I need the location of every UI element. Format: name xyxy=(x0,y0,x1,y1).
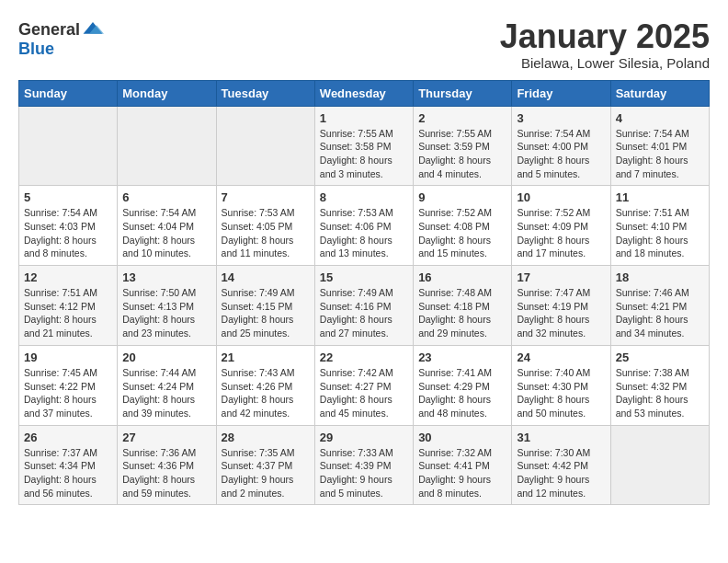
calendar-cell xyxy=(118,106,216,186)
calendar-cell: 31Sunrise: 7:30 AM Sunset: 4:42 PM Dayli… xyxy=(512,425,610,505)
day-number: 7 xyxy=(222,190,310,204)
calendar-cell: 23Sunrise: 7:41 AM Sunset: 4:29 PM Dayli… xyxy=(414,345,512,425)
header-cell-thursday: Thursday xyxy=(414,80,512,106)
day-number: 21 xyxy=(222,350,310,364)
day-number: 20 xyxy=(122,350,210,364)
cell-text: Sunrise: 7:52 AM Sunset: 4:08 PM Dayligh… xyxy=(418,206,506,260)
calendar-cell: 20Sunrise: 7:44 AM Sunset: 4:24 PM Dayli… xyxy=(118,345,216,425)
day-number: 1 xyxy=(320,111,408,125)
day-number: 19 xyxy=(24,350,112,364)
cell-text: Sunrise: 7:48 AM Sunset: 4:18 PM Dayligh… xyxy=(418,286,506,340)
cell-text: Sunrise: 7:55 AM Sunset: 3:59 PM Dayligh… xyxy=(418,127,506,181)
cell-text: Sunrise: 7:54 AM Sunset: 4:03 PM Dayligh… xyxy=(24,206,112,260)
header-cell-monday: Monday xyxy=(118,80,216,106)
cell-text: Sunrise: 7:44 AM Sunset: 4:24 PM Dayligh… xyxy=(122,366,210,420)
calendar-cell: 19Sunrise: 7:45 AM Sunset: 4:22 PM Dayli… xyxy=(19,345,118,425)
day-number: 25 xyxy=(616,350,704,364)
cell-text: Sunrise: 7:51 AM Sunset: 4:10 PM Dayligh… xyxy=(616,206,704,260)
cell-text: Sunrise: 7:53 AM Sunset: 4:06 PM Dayligh… xyxy=(320,206,408,260)
calendar-cell: 18Sunrise: 7:46 AM Sunset: 4:21 PM Dayli… xyxy=(610,266,709,346)
cell-text: Sunrise: 7:32 AM Sunset: 4:41 PM Dayligh… xyxy=(418,446,506,500)
calendar-cell: 8Sunrise: 7:53 AM Sunset: 4:06 PM Daylig… xyxy=(314,186,413,266)
cell-text: Sunrise: 7:43 AM Sunset: 4:26 PM Dayligh… xyxy=(222,366,310,420)
day-number: 5 xyxy=(24,190,112,204)
subtitle: Bielawa, Lower Silesia, Poland xyxy=(500,55,710,71)
cell-text: Sunrise: 7:52 AM Sunset: 4:09 PM Dayligh… xyxy=(517,206,605,260)
calendar-cell: 1Sunrise: 7:55 AM Sunset: 3:58 PM Daylig… xyxy=(314,106,413,186)
day-number: 6 xyxy=(122,190,210,204)
day-number: 31 xyxy=(517,431,605,444)
cell-text: Sunrise: 7:49 AM Sunset: 4:16 PM Dayligh… xyxy=(320,286,408,340)
day-number: 11 xyxy=(616,190,704,204)
header-row: SundayMondayTuesdayWednesdayThursdayFrid… xyxy=(19,80,710,106)
day-number: 17 xyxy=(517,270,605,284)
cell-text: Sunrise: 7:35 AM Sunset: 4:37 PM Dayligh… xyxy=(222,446,310,500)
cell-text: Sunrise: 7:37 AM Sunset: 4:34 PM Dayligh… xyxy=(24,446,112,500)
calendar-cell xyxy=(216,106,314,186)
logo-icon xyxy=(82,18,104,40)
calendar-cell: 9Sunrise: 7:52 AM Sunset: 4:08 PM Daylig… xyxy=(414,186,512,266)
calendar-cell: 30Sunrise: 7:32 AM Sunset: 4:41 PM Dayli… xyxy=(414,425,512,505)
day-number: 28 xyxy=(222,431,310,444)
day-number: 22 xyxy=(320,350,408,364)
day-number: 16 xyxy=(418,270,506,284)
header: General Blue January 2025 Bielawa, Lower… xyxy=(18,18,710,71)
day-number: 12 xyxy=(24,270,112,284)
calendar-cell: 13Sunrise: 7:50 AM Sunset: 4:13 PM Dayli… xyxy=(118,266,216,346)
month-title: January 2025 xyxy=(500,18,710,55)
day-number: 13 xyxy=(122,270,210,284)
calendar-cell: 2Sunrise: 7:55 AM Sunset: 3:59 PM Daylig… xyxy=(414,106,512,186)
header-cell-saturday: Saturday xyxy=(610,80,709,106)
cell-text: Sunrise: 7:40 AM Sunset: 4:30 PM Dayligh… xyxy=(517,366,605,420)
day-number: 15 xyxy=(320,270,408,284)
calendar-cell: 3Sunrise: 7:54 AM Sunset: 4:00 PM Daylig… xyxy=(512,106,610,186)
calendar-cell: 28Sunrise: 7:35 AM Sunset: 4:37 PM Dayli… xyxy=(216,425,314,505)
cell-text: Sunrise: 7:42 AM Sunset: 4:27 PM Dayligh… xyxy=(320,366,408,420)
calendar-table: SundayMondayTuesdayWednesdayThursdayFrid… xyxy=(18,80,710,506)
week-row-4: 26Sunrise: 7:37 AM Sunset: 4:34 PM Dayli… xyxy=(19,425,710,505)
cell-text: Sunrise: 7:54 AM Sunset: 4:04 PM Dayligh… xyxy=(122,206,210,260)
day-number: 8 xyxy=(320,190,408,204)
calendar-cell xyxy=(19,106,118,186)
calendar-cell: 27Sunrise: 7:36 AM Sunset: 4:36 PM Dayli… xyxy=(118,425,216,505)
cell-text: Sunrise: 7:55 AM Sunset: 3:58 PM Dayligh… xyxy=(320,127,408,181)
day-number: 2 xyxy=(418,111,506,125)
cell-text: Sunrise: 7:36 AM Sunset: 4:36 PM Dayligh… xyxy=(122,446,210,500)
cell-text: Sunrise: 7:49 AM Sunset: 4:15 PM Dayligh… xyxy=(222,286,310,340)
day-number: 26 xyxy=(24,431,112,444)
calendar-cell: 25Sunrise: 7:38 AM Sunset: 4:32 PM Dayli… xyxy=(610,345,709,425)
day-number: 3 xyxy=(517,111,605,125)
logo-blue: Blue xyxy=(18,40,54,57)
calendar-cell: 17Sunrise: 7:47 AM Sunset: 4:19 PM Dayli… xyxy=(512,266,610,346)
cell-text: Sunrise: 7:53 AM Sunset: 4:05 PM Dayligh… xyxy=(222,206,310,260)
header-cell-tuesday: Tuesday xyxy=(216,80,314,106)
cell-text: Sunrise: 7:51 AM Sunset: 4:12 PM Dayligh… xyxy=(24,286,112,340)
day-number: 18 xyxy=(616,270,704,284)
day-number: 10 xyxy=(517,190,605,204)
calendar-cell: 22Sunrise: 7:42 AM Sunset: 4:27 PM Dayli… xyxy=(314,345,413,425)
cell-text: Sunrise: 7:47 AM Sunset: 4:19 PM Dayligh… xyxy=(517,286,605,340)
cell-text: Sunrise: 7:33 AM Sunset: 4:39 PM Dayligh… xyxy=(320,446,408,500)
calendar-cell: 11Sunrise: 7:51 AM Sunset: 4:10 PM Dayli… xyxy=(610,186,709,266)
cell-text: Sunrise: 7:54 AM Sunset: 4:01 PM Dayligh… xyxy=(616,127,704,181)
day-number: 9 xyxy=(418,190,506,204)
calendar-cell: 12Sunrise: 7:51 AM Sunset: 4:12 PM Dayli… xyxy=(19,266,118,346)
cell-text: Sunrise: 7:50 AM Sunset: 4:13 PM Dayligh… xyxy=(122,286,210,340)
day-number: 4 xyxy=(616,111,704,125)
calendar-cell: 21Sunrise: 7:43 AM Sunset: 4:26 PM Dayli… xyxy=(216,345,314,425)
calendar-cell: 15Sunrise: 7:49 AM Sunset: 4:16 PM Dayli… xyxy=(314,266,413,346)
calendar-cell: 24Sunrise: 7:40 AM Sunset: 4:30 PM Dayli… xyxy=(512,345,610,425)
week-row-1: 5Sunrise: 7:54 AM Sunset: 4:03 PM Daylig… xyxy=(19,186,710,266)
logo: General Blue xyxy=(18,18,104,57)
day-number: 27 xyxy=(122,431,210,444)
calendar-cell: 5Sunrise: 7:54 AM Sunset: 4:03 PM Daylig… xyxy=(19,186,118,266)
cell-text: Sunrise: 7:38 AM Sunset: 4:32 PM Dayligh… xyxy=(616,366,704,420)
day-number: 14 xyxy=(222,270,310,284)
calendar-cell: 29Sunrise: 7:33 AM Sunset: 4:39 PM Dayli… xyxy=(314,425,413,505)
cell-text: Sunrise: 7:41 AM Sunset: 4:29 PM Dayligh… xyxy=(418,366,506,420)
cell-text: Sunrise: 7:46 AM Sunset: 4:21 PM Dayligh… xyxy=(616,286,704,340)
calendar-cell xyxy=(610,425,709,505)
day-number: 24 xyxy=(517,350,605,364)
calendar-cell: 7Sunrise: 7:53 AM Sunset: 4:05 PM Daylig… xyxy=(216,186,314,266)
day-number: 23 xyxy=(418,350,506,364)
